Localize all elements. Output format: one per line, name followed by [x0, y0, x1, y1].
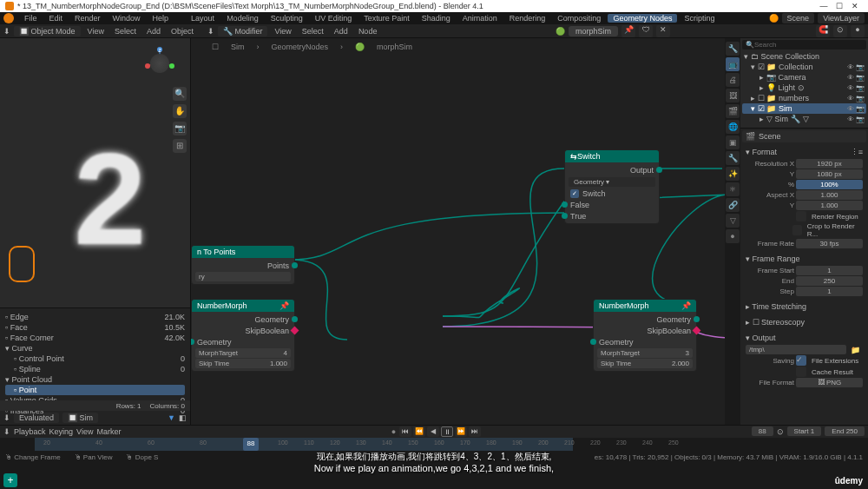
outliner-collection[interactable]: ▾ ☑ 📁 Collection👁 📷: [742, 62, 866, 72]
tab-data-icon[interactable]: ▽: [726, 214, 740, 228]
frame-end-field[interactable]: 250: [796, 276, 863, 286]
pin-icon[interactable]: 📌: [621, 25, 635, 37]
outliner-search-input[interactable]: 🔍 Search: [742, 40, 866, 50]
browse-folder-icon[interactable]: 📁: [848, 346, 863, 354]
file-extensions-checkbox[interactable]: ✓: [796, 355, 806, 366]
tab-physics-icon[interactable]: ⚛: [726, 182, 740, 196]
timeline-type-icon[interactable]: ⬇: [3, 427, 10, 436]
keyframe-prev-icon[interactable]: ⏪: [413, 426, 425, 437]
cache-result-checkbox[interactable]: [796, 367, 806, 377]
resolution-y-field[interactable]: 1080 px: [796, 169, 863, 179]
scene-name-field[interactable]: Scene: [782, 13, 815, 23]
nodetree-name-field[interactable]: morphSim: [569, 26, 618, 36]
tab-material-icon[interactable]: ●: [726, 229, 740, 243]
node-to-points[interactable]: n To Points Points ry: [191, 245, 295, 285]
tab-particles-icon[interactable]: ✨: [726, 167, 740, 181]
v3d-select-menu[interactable]: Select: [111, 27, 140, 36]
minimize-button[interactable]: —: [816, 2, 832, 10]
timeline-keying-menu[interactable]: Keying: [49, 427, 74, 436]
workspace-animation[interactable]: Animation: [457, 14, 503, 23]
snap-icon[interactable]: 🧲: [816, 25, 830, 37]
outliner-sim-collection[interactable]: ▾ ☑ 📁 Sim👁 📷: [742, 103, 866, 114]
menu-help[interactable]: Help: [148, 14, 174, 23]
menu-file[interactable]: File: [19, 14, 43, 23]
viewlayer-field[interactable]: ViewLayer: [818, 13, 865, 23]
time-stretch-header[interactable]: ▸ Time Stretching: [746, 301, 863, 313]
resolution-pct-field[interactable]: 100%: [796, 180, 863, 189]
node-select-menu[interactable]: Select: [299, 27, 327, 36]
playhead[interactable]: 88: [243, 438, 259, 451]
shading-icon[interactable]: ●: [851, 25, 865, 37]
menu-render[interactable]: Render: [69, 14, 106, 23]
timeline-editor[interactable]: ⬇ Playback Keying View Marker ● ⏮ ⏪ ◀ ⏸ …: [0, 425, 868, 451]
editor-type-icon[interactable]: ⬇: [3, 27, 10, 36]
start-frame-field[interactable]: Start 1: [787, 426, 822, 436]
timeline-ruler[interactable]: 20 40 60 80 100 110 120 130 140 150 160 …: [0, 438, 868, 451]
maximize-button[interactable]: ☐: [832, 2, 847, 10]
autokey-icon[interactable]: ●: [391, 427, 396, 436]
timeline-marker-menu[interactable]: Marker: [96, 427, 121, 436]
outliner-camera[interactable]: ▸ 📷 Camera👁 📷: [742, 72, 866, 83]
jump-end-icon[interactable]: ⏭: [469, 426, 481, 437]
tab-scene-icon[interactable]: 🎬: [726, 104, 740, 118]
workspace-modeling[interactable]: Modeling: [221, 14, 264, 23]
modifier-dropdown[interactable]: 🔧 Modifier: [218, 26, 268, 36]
v3d-object-menu[interactable]: Object: [168, 27, 197, 36]
timeline-view-menu[interactable]: View: [76, 427, 93, 436]
tab-world-icon[interactable]: 🌐: [726, 120, 740, 134]
tab-tool-icon[interactable]: 🔧: [726, 42, 740, 56]
aspect-y-field[interactable]: 1.000: [796, 201, 863, 210]
object-mode-dropdown[interactable]: 🔲 Object Mode: [14, 26, 81, 36]
node-add-menu[interactable]: Add: [331, 27, 352, 36]
resolution-x-field[interactable]: 1920 px: [796, 159, 863, 169]
workspace-layout[interactable]: Layout: [186, 14, 220, 23]
scene-datablock[interactable]: 🎬 Scene: [742, 130, 866, 142]
node-editor-type-icon[interactable]: ⬇: [207, 27, 214, 36]
outliner-scene-collection[interactable]: ▾ 🗀 Scene Collection: [742, 51, 866, 62]
workspace-compositing[interactable]: Compositing: [552, 14, 606, 23]
close-button[interactable]: ✕: [847, 2, 863, 10]
aspect-x-field[interactable]: 1.000: [796, 190, 863, 200]
pause-icon[interactable]: ⏸: [441, 426, 453, 437]
node-view-menu[interactable]: View: [271, 27, 294, 36]
node-breadcrumb[interactable]: ☐Sim› GeometryNodes› 🟢morphSim: [208, 42, 416, 52]
frame-rate-dropdown[interactable]: 30 fps: [796, 239, 863, 248]
workspace-geometrynodes[interactable]: Geometry Nodes: [608, 14, 677, 23]
outliner-light[interactable]: ▸ 💡 Light ⊙👁 📷: [742, 83, 866, 93]
file-format-dropdown[interactable]: 🖼 PNG: [796, 378, 863, 387]
add-workspace-button[interactable]: +: [3, 473, 17, 487]
format-panel-header[interactable]: ▾ Format⋮≡: [746, 146, 863, 158]
node-node-menu[interactable]: Node: [355, 27, 381, 36]
menu-edit[interactable]: Edit: [44, 14, 69, 23]
outliner-sim-object[interactable]: ▸ ▽ Sim 🔧 ▽👁 📷: [742, 114, 866, 124]
current-frame-field[interactable]: 88: [752, 426, 773, 436]
workspace-sculpting[interactable]: Sculpting: [266, 14, 308, 23]
v3d-view-menu[interactable]: View: [84, 27, 108, 36]
frame-range-header[interactable]: ▾ Frame Range: [746, 253, 863, 265]
workspace-shading[interactable]: Shading: [417, 14, 456, 23]
workspace-scripting[interactable]: Scripting: [679, 14, 720, 23]
tab-object-icon[interactable]: ▣: [726, 135, 740, 149]
output-path-field[interactable]: /tmp\: [746, 345, 846, 354]
menu-window[interactable]: Window: [108, 14, 146, 23]
v3d-add-menu[interactable]: Add: [143, 27, 164, 36]
timeline-playback-menu[interactable]: Playback: [14, 427, 46, 436]
play-reverse-icon[interactable]: ◀: [427, 426, 439, 437]
workspace-uvediting[interactable]: UV Editing: [310, 14, 358, 23]
camera-view-icon[interactable]: 📷: [173, 122, 187, 135]
node-switch[interactable]: ⇆ Switch Output Geometry ▾ ✓Switch False…: [564, 149, 660, 224]
keyframe-next-icon[interactable]: ⏩: [455, 426, 467, 437]
frame-step-field[interactable]: 1: [796, 287, 863, 296]
shield-icon[interactable]: 🛡: [639, 25, 653, 37]
overlay-icon[interactable]: ⊙: [833, 25, 847, 37]
frame-start-field[interactable]: 1: [796, 266, 863, 275]
stereoscopy-header[interactable]: ▸ ☐ Stereoscopy: [746, 316, 863, 328]
node-numbermorph-2[interactable]: NumberMorph📌 Geometry SkipBoolean Geomet…: [593, 299, 697, 372]
tab-render-icon[interactable]: 📺: [726, 57, 740, 71]
tab-viewlayer-icon[interactable]: 🖼: [726, 89, 740, 102]
tab-output-icon[interactable]: 🖨: [726, 73, 740, 87]
render-region-checkbox[interactable]: [796, 211, 806, 221]
move-view-icon[interactable]: ✋: [173, 104, 187, 118]
navigation-gizmo[interactable]: Z: [143, 47, 176, 80]
preview-range-icon[interactable]: ⊙: [777, 427, 784, 436]
